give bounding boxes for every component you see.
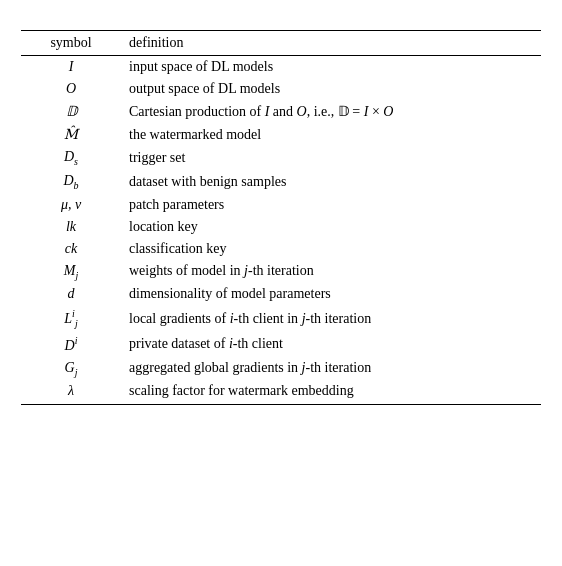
symbol-cell: I [21, 56, 121, 79]
definition-cell: classification key [121, 238, 541, 260]
table-row: ddimensionality of model parameters [21, 283, 541, 305]
definition-cell: location key [121, 216, 541, 238]
symbol-cell: lk [21, 216, 121, 238]
symbol-cell: Mj [21, 260, 121, 284]
definition-cell: input space of DL models [121, 56, 541, 79]
definition-cell: output space of DL models [121, 78, 541, 100]
definition-cell: dataset with benign samples [121, 170, 541, 194]
symbol-cell: d [21, 283, 121, 305]
table-row: Dbdataset with benign samples [21, 170, 541, 194]
symbol-cell: M̂ [21, 123, 121, 146]
definition-cell: patch parameters [121, 194, 541, 216]
table-header-row: symbol definition [21, 31, 541, 56]
header-definition: definition [121, 31, 541, 56]
symbol-cell: λ [21, 380, 121, 405]
table-row: Diprivate dataset of i-th client [21, 332, 541, 357]
definition-cell: dimensionality of model parameters [121, 283, 541, 305]
symbol-cell: Lij [21, 305, 121, 331]
table-row: ckclassification key [21, 238, 541, 260]
symbol-table: symbol definition Iinput space of DL mod… [21, 30, 541, 405]
table-container: symbol definition Iinput space of DL mod… [21, 20, 541, 405]
definition-cell: aggregated global gradients in j-th iter… [121, 357, 541, 381]
symbol-cell: Gj [21, 357, 121, 381]
symbol-cell: 𝔻 [21, 100, 121, 123]
symbol-cell: O [21, 78, 121, 100]
definition-cell: weights of model in j-th iteration [121, 260, 541, 284]
table-row: lklocation key [21, 216, 541, 238]
symbol-cell: μ, ν [21, 194, 121, 216]
header-symbol: symbol [21, 31, 121, 56]
definition-cell: private dataset of i-th client [121, 332, 541, 357]
table-row: Lijlocal gradients of i-th client in j-t… [21, 305, 541, 331]
table-row: Iinput space of DL models [21, 56, 541, 79]
definition-cell: Cartesian production of I and O, i.e., 𝔻… [121, 100, 541, 123]
symbol-cell: Db [21, 170, 121, 194]
symbol-cell: Ds [21, 146, 121, 170]
table-row: Dstrigger set [21, 146, 541, 170]
definition-cell: local gradients of i-th client in j-th i… [121, 305, 541, 331]
table-row: M̂the watermarked model [21, 123, 541, 146]
table-row: Mjweights of model in j-th iteration [21, 260, 541, 284]
table-row: 𝔻Cartesian production of I and O, i.e., … [21, 100, 541, 123]
symbol-cell: ck [21, 238, 121, 260]
symbol-cell: Di [21, 332, 121, 357]
definition-cell: trigger set [121, 146, 541, 170]
definition-cell: the watermarked model [121, 123, 541, 146]
table-row: Gjaggregated global gradients in j-th it… [21, 357, 541, 381]
table-row: Ooutput space of DL models [21, 78, 541, 100]
table-row: λscaling factor for watermark embedding [21, 380, 541, 405]
definition-cell: scaling factor for watermark embedding [121, 380, 541, 405]
table-row: μ, νpatch parameters [21, 194, 541, 216]
